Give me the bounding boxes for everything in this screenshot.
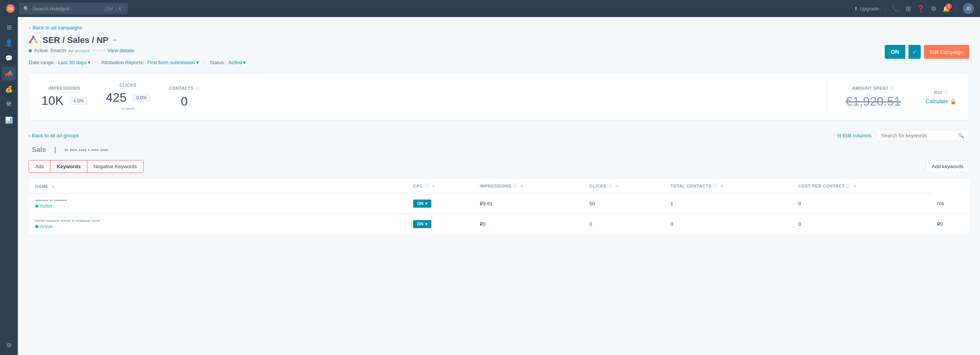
search-keywords-input[interactable]: [881, 133, 955, 138]
sidebar-item-contacts[interactable]: 👤: [2, 36, 16, 49]
search-icon: 🔍: [23, 6, 29, 12]
row2-total-contacts: 0: [792, 214, 930, 234]
cpc2-info-icon[interactable]: ⓘ: [846, 184, 851, 188]
row1-status: Active: [35, 203, 401, 209]
edit-campaign-button[interactable]: Edit Campaign: [924, 45, 969, 59]
row1-impressions: 50: [583, 193, 664, 214]
table-header: NAME ⇅ CPC ⓘ ⇅ IMPRESSIONS ⓘ ⇅ CLICKS ⓘ …: [29, 179, 969, 193]
columns-icon: ⊟: [837, 133, 841, 138]
edit-columns-button[interactable]: ⊟ Edit columns: [837, 133, 872, 138]
upgrade-button[interactable]: ⬆ Upgrade: [854, 6, 879, 12]
contacts-label: CONTACTS ⓘ: [169, 85, 200, 91]
clicks-sub: •• ••••••: [106, 106, 150, 111]
contacts-info-icon[interactable]: ⓘ: [195, 85, 200, 91]
back-arrow-icon-2: ‹: [29, 133, 30, 138]
toggle-check-button[interactable]: ✓: [908, 45, 921, 59]
notifications[interactable]: 🔔 3: [942, 5, 950, 12]
hubspot-logo: hs: [6, 4, 15, 13]
search-keywords-container[interactable]: 🔍: [876, 130, 969, 141]
name-sort-icon[interactable]: ⇅: [51, 184, 55, 189]
contacts-sort-icon[interactable]: ⇅: [720, 184, 724, 188]
status-filter[interactable]: Active ▾: [228, 60, 246, 65]
cpc-info-icon[interactable]: ⓘ: [424, 184, 429, 188]
ad-group-separator: |: [54, 146, 58, 154]
cpc-sort-icon[interactable]: ⇅: [432, 184, 435, 188]
attribution-filter[interactable]: First form submission ▾: [147, 60, 199, 65]
campaign-meta: Active Search Ad account •••••••• View d…: [29, 48, 969, 53]
tab-negative-keywords[interactable]: Negative Keywords: [88, 160, 143, 172]
toggle-on-button[interactable]: ON: [885, 45, 905, 59]
row1-keyword-name: •••••••• •• ••••••••: [35, 198, 401, 203]
col-header-impressions: IMPRESSIONS ⓘ ⇅: [474, 179, 583, 193]
row1-status-dot: [35, 205, 38, 208]
svg-text:hs: hs: [8, 7, 13, 11]
tab-ads[interactable]: Ads: [29, 160, 50, 172]
row2-toggle-container: ON ▾: [413, 220, 470, 228]
amount-info-icon[interactable]: ⓘ: [890, 85, 895, 91]
col-header-cost-per-contact: COST PER CONTACT ⓘ ⇅: [792, 179, 930, 193]
phone-icon[interactable]: 📞: [892, 5, 899, 12]
add-keywords-button[interactable]: Add keywords: [926, 160, 969, 172]
clicks-tbl-info-icon[interactable]: ⓘ: [608, 184, 613, 188]
campaign-type: Search: [50, 48, 66, 53]
search-placeholder: Search HubSpot: [33, 6, 69, 12]
col-header-name: NAME ⇅: [29, 179, 407, 193]
clicks-sort-icon[interactable]: ⇅: [615, 184, 619, 188]
impressions-info-icon[interactable]: ⓘ: [513, 184, 517, 188]
settings-icon[interactable]: ⚙: [931, 5, 936, 12]
google-ads-icon: [29, 36, 38, 45]
campaign-status: Active: [34, 48, 48, 53]
date-range-filter[interactable]: Last 30 days ▾: [58, 60, 91, 65]
svg-point-3: [29, 41, 31, 43]
roi-label: ROI ⓘ: [926, 89, 956, 95]
avatar[interactable]: JD: [963, 3, 974, 14]
back-to-ad-groups-label: Back to all ad groups: [32, 133, 79, 138]
contacts-tbl-info-icon[interactable]: ⓘ: [713, 184, 717, 188]
row1-total-contacts: 0: [792, 193, 930, 214]
table-row: •••••••• •• •••••••• Active ON ▾ ₽9.61: [29, 193, 969, 214]
section-header: ‹ Back to all ad groups ⊟ Edit columns 🔍: [29, 130, 969, 141]
impressions-sort-icon[interactable]: ⇅: [520, 184, 523, 188]
sidebar-item-sales[interactable]: 💰: [2, 82, 16, 96]
search-bar[interactable]: 🔍 Search HubSpot Ctrl K: [19, 3, 128, 14]
attribution-chevron: ▾: [196, 60, 199, 65]
ad-account-label: Ad account: [69, 48, 90, 53]
cpc2-sort-icon[interactable]: ⇅: [853, 184, 857, 188]
sidebar-item-settings[interactable]: ⚙: [2, 338, 16, 352]
metric-clicks: CLICKS 425 0.0% •• ••••••: [106, 83, 150, 111]
row2-cost-per-contact: ₽0: [931, 214, 969, 234]
row2-toggle[interactable]: ON ▾: [413, 220, 431, 228]
sidebar-item-home[interactable]: ⊞: [2, 20, 16, 34]
back-to-ad-groups-link[interactable]: ‹ Back to all ad groups: [29, 133, 79, 138]
edit-title-icon[interactable]: ✏: [113, 37, 118, 43]
impressions-label: IMPRESSIONS: [41, 86, 87, 90]
impressions-badge: 4.5%: [70, 97, 87, 105]
roi-info-icon[interactable]: ⓘ: [944, 89, 948, 95]
clicks-badge: 0.0%: [133, 94, 150, 102]
help-icon[interactable]: ❓: [917, 5, 925, 12]
date-range-chevron: ▾: [88, 60, 91, 65]
row1-toggle-container: ON ▾: [413, 200, 470, 208]
breadcrumb[interactable]: ‹ Back to ad campaigns: [29, 25, 969, 31]
grid-icon[interactable]: ⊞: [906, 5, 911, 12]
view-details-link[interactable]: View details: [107, 48, 134, 53]
sidebar-item-marketing[interactable]: 📣: [2, 67, 16, 80]
sidebar-item-service[interactable]: 🛠: [2, 97, 16, 111]
tab-keywords[interactable]: Keywords: [50, 160, 87, 172]
row2-name-cell: •••••• •••••••• •••••• •• ••••••••• ••••…: [29, 214, 407, 234]
avatar-initials: JD: [966, 6, 971, 11]
row1-cost-per-contact: n/a: [931, 193, 969, 214]
col-header-clicks: CLICKS ⓘ ⇅: [583, 179, 664, 193]
section-tools: ⊟ Edit columns 🔍: [837, 130, 969, 141]
sidebar-item-reports[interactable]: 📊: [2, 113, 16, 127]
row1-toggle[interactable]: ON ▾: [413, 200, 431, 208]
status-chevron: ▾: [243, 60, 246, 65]
row2-keyword-name: •••••• •••••••• •••••• •• ••••••••• ••••…: [35, 218, 401, 224]
row1-clicks: 1: [664, 193, 792, 214]
tabs-row: Ads Keywords Negative Keywords Add keywo…: [29, 160, 969, 173]
search-keywords-icon: 🔍: [958, 133, 964, 138]
row2-status-label: Active: [40, 224, 53, 229]
sidebar-item-conversations[interactable]: 💬: [2, 51, 16, 65]
col-header-cpc: CPC ⓘ ⇅: [407, 179, 474, 193]
calculate-button[interactable]: Calculate 🔒: [926, 98, 956, 104]
